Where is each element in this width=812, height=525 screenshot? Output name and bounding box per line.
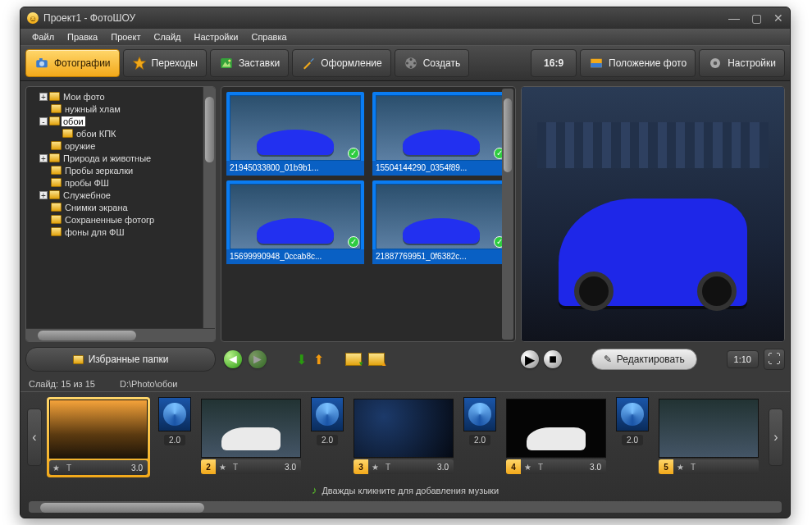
tab-bumpers[interactable]: Заставки [210, 49, 289, 77]
current-path: D:\Photo\обои [120, 379, 178, 389]
timeline-horizontal-scrollbar[interactable] [29, 501, 782, 513]
folder-icon [49, 92, 60, 101]
main-toolbar: Фотографии Переходы Заставки Оформление … [21, 45, 790, 81]
music-note-icon: ♪ [312, 484, 317, 496]
close-button[interactable]: ✕ [773, 12, 783, 24]
remove-folder-button[interactable]: ▴ [368, 353, 385, 366]
timeline-slide[interactable]: 4★T3.0 [504, 397, 608, 477]
tree-item[interactable]: пробы ФШ [28, 176, 213, 189]
tree-label: Природа и животные [62, 153, 153, 163]
add-folder-button[interactable]: ▾ [345, 353, 362, 366]
tab-design[interactable]: Оформление [292, 49, 390, 77]
edit-button[interactable]: ✎ Редактировать [591, 349, 697, 370]
menu-help[interactable]: Справка [244, 30, 293, 43]
text-icon[interactable]: T [687, 463, 700, 472]
maximize-button[interactable]: ▢ [751, 12, 762, 24]
star-icon[interactable]: ★ [673, 463, 687, 472]
text-icon[interactable]: T [381, 463, 395, 472]
pencil-icon: ✎ [604, 354, 612, 365]
timeline-transition[interactable]: 2.0 [309, 397, 345, 477]
tree-item[interactable]: оружие [28, 139, 213, 152]
nav-forward-button[interactable]: ► [249, 350, 267, 368]
titlebar: ☺ Проект1 - ФотоШОУ — ▢ ✕ [21, 7, 790, 29]
slide-duration: 3.0 [131, 463, 148, 472]
favorites-folders-button[interactable]: Избранные папки [25, 347, 216, 372]
star-icon[interactable]: ★ [521, 463, 534, 472]
thumbnail[interactable]: ✓21945033800_01b9b1... [226, 92, 364, 176]
menu-file[interactable]: Файл [25, 30, 61, 43]
gallery-vertical-scrollbar[interactable] [502, 89, 513, 340]
photo-position-button[interactable]: Положение фото [580, 49, 696, 77]
tree-horizontal-scrollbar[interactable] [26, 328, 215, 341]
text-icon[interactable]: T [534, 463, 547, 472]
tree-label: обои [62, 116, 85, 126]
thumbnail-caption: 15504144290_0354f89... [372, 161, 510, 176]
tree-item[interactable]: +Служебное [28, 189, 213, 201]
tree-expander[interactable]: + [39, 191, 48, 199]
play-button[interactable]: ▶ [521, 350, 539, 368]
star-icon[interactable]: ★ [216, 463, 229, 472]
timeline-slide[interactable]: ★T3.0 [47, 397, 150, 477]
settings-label: Настройки [728, 57, 776, 69]
tree-item[interactable]: Снимки экрана [28, 201, 213, 213]
minimize-button[interactable]: — [728, 12, 740, 24]
timeline-slide[interactable]: 2★T3.0 [199, 397, 303, 477]
thumbnail-caption: 15699990948_0ccab8c... [226, 249, 364, 264]
tree-label: фоны для ФШ [63, 227, 126, 237]
audio-track-prompt[interactable]: ♪ Дважды кликните для добавления музыки [21, 482, 790, 498]
tree-item[interactable]: нужный хлам [28, 103, 213, 115]
stop-button[interactable]: ■ [544, 350, 562, 368]
tree-vertical-scrollbar[interactable] [203, 87, 215, 328]
text-icon[interactable]: T [62, 463, 75, 472]
star-icon[interactable]: ★ [49, 463, 62, 472]
settings-button[interactable]: Настройки [699, 49, 785, 77]
menu-settings[interactable]: Настройки [188, 30, 245, 43]
timeline-transition[interactable]: 2.0 [614, 397, 650, 477]
timeline-transition[interactable]: 2.0 [157, 397, 193, 477]
tree-item[interactable]: +Мои фото [28, 90, 213, 103]
text-icon[interactable]: T [229, 463, 242, 472]
remove-from-timeline-button[interactable]: ⬆ [313, 352, 324, 368]
add-to-timeline-button[interactable]: ⬇ [296, 352, 307, 368]
svg-point-11 [406, 62, 408, 65]
reel-icon [404, 56, 418, 71]
tree-item[interactable]: обои КПК [28, 127, 213, 139]
timeline-transition[interactable]: 2.0 [462, 397, 498, 477]
timeline-slide[interactable]: 5★T [657, 397, 760, 477]
aspect-ratio-label: 16:9 [544, 57, 563, 69]
tree-item[interactable]: -обои [28, 115, 213, 127]
star-icon [132, 56, 147, 71]
edit-label: Редактировать [617, 354, 685, 365]
star-icon[interactable]: ★ [368, 463, 381, 472]
menu-edit[interactable]: Правка [61, 30, 104, 43]
audio-prompt-label: Дважды кликните для добавления музыки [322, 486, 499, 495]
tree-label: пробы ФШ [63, 178, 111, 188]
folder-tree[interactable]: +Мои фотонужный хлам-обоиобои КПКоружие+… [25, 86, 216, 342]
thumbnail[interactable]: ✓15504144290_0354f89... [372, 92, 510, 176]
thumbnail[interactable]: ✓21887769951_0f6382c... [372, 180, 510, 264]
time-display: 1:10 [727, 350, 759, 368]
menu-slide[interactable]: Слайд [147, 30, 187, 43]
tree-item[interactable]: Пробы зеркалки [28, 164, 213, 176]
folder-icon [73, 355, 84, 364]
tab-photos[interactable]: Фотографии [25, 49, 120, 77]
tree-expander[interactable]: - [39, 117, 48, 126]
preview-area [521, 86, 785, 342]
menu-project[interactable]: Проект [104, 30, 147, 43]
tree-item[interactable]: Сохраненные фотогр [28, 213, 213, 226]
fullscreen-button[interactable]: ⛶ [764, 349, 785, 370]
tree-item[interactable]: +Природа и животные [28, 152, 213, 164]
nav-back-button[interactable]: ◄ [224, 350, 242, 368]
transition-duration: 2.0 [164, 435, 185, 445]
timeline-nav-left[interactable]: ‹ [27, 409, 42, 466]
timeline-nav-right[interactable]: › [769, 409, 783, 466]
tab-transitions[interactable]: Переходы [123, 49, 207, 77]
thumbnail[interactable]: ✓15699990948_0ccab8c... [226, 180, 364, 264]
svg-point-8 [409, 58, 412, 61]
tab-create[interactable]: Создать [395, 49, 470, 77]
tree-item[interactable]: фоны для ФШ [28, 226, 213, 238]
tree-expander[interactable]: + [39, 93, 48, 101]
timeline-slide[interactable]: 3★T3.0 [352, 397, 455, 477]
tree-expander[interactable]: + [39, 154, 48, 162]
aspect-ratio-button[interactable]: 16:9 [531, 49, 577, 77]
